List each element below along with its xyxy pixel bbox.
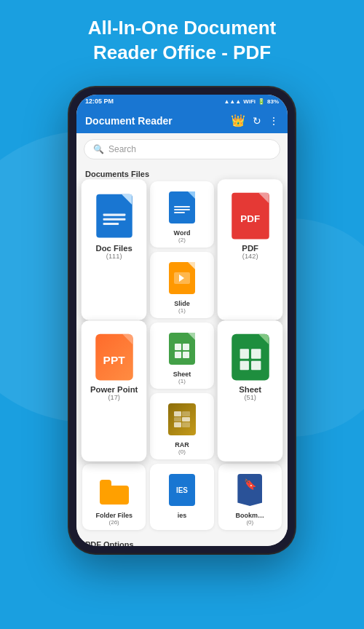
- wifi-icon: WiFi: [243, 98, 256, 105]
- refresh-icon[interactable]: ↻: [253, 115, 261, 127]
- bookmark-card[interactable]: 🔖 Bookm… (0): [218, 464, 282, 530]
- ies-icon-wrapper: IES: [166, 471, 198, 509]
- slide-card[interactable]: Slide (1): [150, 252, 213, 318]
- header-icons: 👑 ↻ ⋮: [231, 114, 279, 127]
- pdf-options-section: PDF Options 🖼️ Image to: [76, 530, 288, 546]
- pdf-icon-wrapper: PDF: [227, 191, 272, 241]
- word-icon-wrapper: [166, 189, 198, 226]
- powerpoint-card[interactable]: PPT Power Point (17): [82, 320, 147, 462]
- signal-icon: ▲▲▲: [223, 98, 241, 105]
- word-count: (2): [178, 237, 186, 243]
- ppt-count: (17): [108, 394, 119, 401]
- more-icon[interactable]: ⋮: [269, 115, 279, 127]
- status-bar: 12:05 PM ▲▲▲ WiFi 🔋 83%: [76, 95, 288, 108]
- doc-files-card[interactable]: Doc Files (111): [82, 179, 147, 320]
- rar-count: (0): [178, 448, 186, 455]
- status-icons: ▲▲▲ WiFi 🔋 83%: [223, 98, 279, 105]
- rar-card[interactable]: RAR (0): [150, 393, 213, 459]
- folder-label: Folder Files: [95, 512, 132, 519]
- crown-icon[interactable]: 👑: [231, 114, 245, 127]
- sheet-large-label: Sheet: [239, 385, 261, 394]
- sheet-large-card[interactable]: Sheet (51): [217, 320, 282, 462]
- phone-mockup: 12:05 PM ▲▲▲ WiFi 🔋 83% Document Reader …: [69, 87, 295, 553]
- rar-icon-wrapper: [166, 400, 198, 438]
- search-placeholder: Search: [108, 144, 136, 154]
- ppt-label: Power Point: [90, 385, 138, 394]
- doc-files-icon-wrapper: [92, 191, 137, 241]
- pdf-options-header: PDF Options: [76, 536, 288, 546]
- phone-frame: 12:05 PM ▲▲▲ WiFi 🔋 83% Document Reader …: [69, 87, 295, 553]
- slide-icon-wrapper: [166, 259, 198, 297]
- scroll-content: Documents Files: [76, 165, 288, 546]
- battery-icon: 🔋: [258, 98, 265, 105]
- bookmark-label: Bookm…: [236, 512, 265, 519]
- sheet-small-icon-wrapper: [166, 330, 198, 368]
- app-header: Document Reader 👑 ↻ ⋮: [76, 108, 288, 133]
- app-title: All-In-One Document Reader Office - PDF: [0, 0, 364, 79]
- folder-count: (26): [109, 519, 119, 526]
- folder-icon-wrapper: [98, 471, 130, 509]
- doc-files-label: Doc Files: [95, 244, 132, 253]
- status-time: 12:05 PM: [85, 98, 114, 105]
- pdf-label: PDF: [242, 244, 258, 253]
- ies-card[interactable]: IES ies: [150, 464, 213, 530]
- folder-card[interactable]: Folder Files (26): [82, 464, 146, 530]
- rar-label: RAR: [175, 441, 189, 448]
- sheet-small-count: (1): [178, 378, 186, 384]
- slide-label: Slide: [174, 300, 190, 307]
- doc-files-count: (111): [106, 253, 122, 260]
- pdf-card[interactable]: PDF PDF (142): [217, 179, 282, 320]
- sheet-large-icon-wrapper: [227, 333, 272, 382]
- pdf-count: (142): [242, 253, 258, 260]
- app-header-title: Document Reader: [85, 115, 173, 127]
- bookmark-icon-wrapper: 🔖: [234, 471, 266, 509]
- file-grid: Doc Files (111): [76, 181, 288, 530]
- sheet-small-card[interactable]: Sheet (1): [150, 323, 213, 389]
- search-bar[interactable]: 🔍 Search: [84, 139, 280, 159]
- sheet-small-label: Sheet: [173, 371, 191, 378]
- ies-label: ies: [178, 512, 187, 519]
- word-label: Word: [174, 229, 191, 237]
- ppt-icon-wrapper: PPT: [92, 333, 137, 382]
- bookmark-count: (0): [246, 519, 253, 526]
- sheet-large-count: (51): [244, 394, 256, 401]
- phone-screen: 12:05 PM ▲▲▲ WiFi 🔋 83% Document Reader …: [76, 95, 288, 546]
- slide-count: (1): [178, 307, 186, 314]
- word-card[interactable]: Word (2): [150, 181, 213, 248]
- search-icon: 🔍: [93, 144, 104, 154]
- battery-percent: 83%: [267, 98, 279, 105]
